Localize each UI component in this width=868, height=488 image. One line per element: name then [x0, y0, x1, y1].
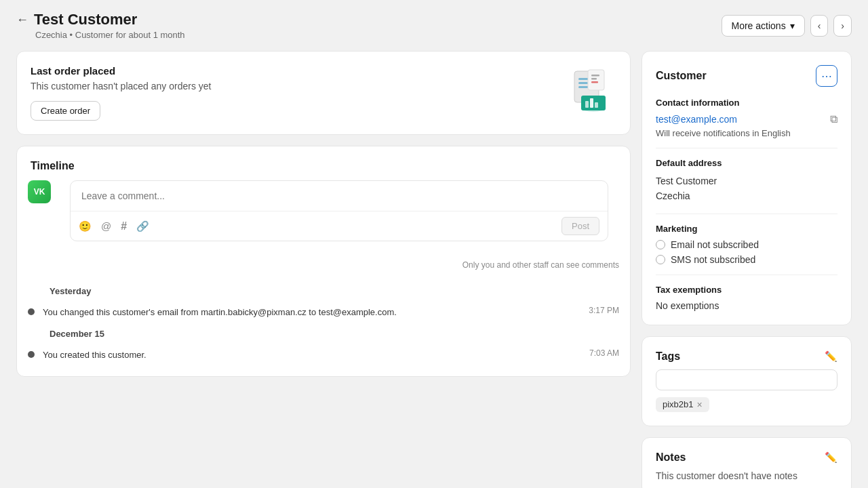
tags-header: Tags ✏️	[656, 350, 837, 363]
customer-options-button[interactable]: ⋯	[816, 65, 837, 87]
comment-box: 🙂 @ # 🔗 Post	[70, 180, 608, 241]
timeline-dot-2	[28, 351, 35, 358]
link-icon[interactable]: 🔗	[136, 220, 149, 232]
timeline-date-2: December 15	[28, 323, 619, 344]
tag-item: pixb2b1 ×	[656, 397, 709, 412]
sms-radio-icon	[656, 255, 665, 264]
timeline-entry-text-1: You changed this customer's email from m…	[43, 306, 580, 319]
notes-card: Notes ✏️ This customer doesn't have note…	[642, 437, 852, 488]
timeline-entry-time-1: 3:17 PM	[589, 306, 619, 315]
order-card-title: Last order placed	[31, 65, 211, 77]
back-button[interactable]: ←	[16, 14, 28, 26]
notes-header: Notes ✏️	[656, 451, 837, 464]
copy-icon[interactable]: ⧉	[830, 113, 837, 125]
hashtag-icon[interactable]: #	[121, 220, 127, 232]
address-section-title: Default address	[656, 158, 837, 168]
svg-rect-10	[591, 75, 599, 77]
svg-rect-11	[591, 78, 597, 80]
header-title-row: ← Test Customer	[16, 11, 185, 28]
timeline-title: Timeline	[17, 146, 630, 180]
emoji-icon[interactable]: 🙂	[79, 220, 92, 232]
timeline-entry-2: You created this customer. 7:03 AM	[28, 344, 619, 366]
contact-section-title: Contact information	[656, 98, 837, 108]
order-card-left: Last order placed This customer hasn't p…	[31, 65, 211, 121]
page-header: ← Test Customer Czechia • Customer for a…	[0, 0, 868, 45]
notes-text: This customer doesn't have notes	[656, 470, 837, 481]
order-illustration	[562, 66, 616, 120]
main-content: Last order placed This customer hasn't p…	[0, 45, 868, 488]
customer-card-header: Customer ⋯	[656, 65, 837, 87]
more-actions-button[interactable]: More actions ▾	[722, 15, 805, 37]
email-status-text: Email not subscribed	[671, 239, 759, 250]
comment-row: VK 🙂 @ # 🔗 Post	[17, 180, 630, 260]
email-subscription-status: Email not subscribed	[656, 239, 837, 250]
svg-rect-12	[591, 81, 598, 83]
tags-card: Tags ✏️ pixb2b1 ×	[642, 336, 852, 426]
order-card: Last order placed This customer hasn't p…	[16, 51, 631, 135]
tags-input[interactable]	[656, 369, 837, 390]
timeline-entry-text-2: You created this customer.	[43, 348, 581, 362]
mention-icon[interactable]: @	[101, 220, 111, 232]
tax-section-title: Tax exemptions	[656, 285, 837, 295]
customer-card: Customer ⋯ Contact information test@exam…	[642, 51, 852, 325]
tag-label: pixb2b1	[663, 399, 694, 409]
contact-section: Contact information test@example.com ⧉ W…	[656, 98, 837, 138]
address-country: Czechia	[656, 188, 837, 203]
right-column: Customer ⋯ Contact information test@exam…	[642, 51, 852, 488]
notes-title: Notes	[656, 451, 686, 464]
notes-edit-icon[interactable]: ✏️	[825, 451, 837, 464]
marketing-section-title: Marketing	[656, 224, 837, 234]
header-right: More actions ▾ ‹ ›	[722, 15, 852, 37]
tags-list: pixb2b1 ×	[656, 397, 837, 412]
timeline-entry-1: You changed this customer's email from m…	[28, 302, 619, 323]
comment-input[interactable]	[71, 181, 608, 211]
timeline-card: Timeline VK 🙂 @ # 🔗 Post	[16, 146, 631, 377]
marketing-section: Marketing Email not subscribed SMS not s…	[656, 224, 837, 265]
post-button[interactable]: Post	[561, 217, 599, 235]
svg-rect-8	[595, 102, 598, 108]
notifications-text: Will receive notifications in English	[656, 128, 837, 138]
timeline-date-1: Yesterday	[28, 281, 619, 302]
sms-status-text: SMS not subscribed	[671, 254, 755, 265]
email-link[interactable]: test@example.com	[656, 114, 737, 125]
tags-edit-icon[interactable]: ✏️	[825, 350, 837, 363]
timeline-dot-1	[28, 308, 35, 315]
svg-rect-9	[588, 70, 604, 90]
order-card-description: This customer hasn't placed any orders y…	[31, 81, 211, 92]
timeline-entries: Yesterday You changed this customer's em…	[17, 281, 630, 365]
tax-value: No exemptions	[656, 300, 837, 311]
left-column: Last order placed This customer hasn't p…	[16, 51, 631, 488]
sms-subscription-status: SMS not subscribed	[656, 254, 837, 265]
email-radio-icon	[656, 240, 665, 249]
chevron-down-icon: ▾	[790, 20, 795, 31]
svg-rect-6	[585, 101, 589, 108]
address-section: Default address Test Customer Czechia	[656, 158, 837, 204]
create-order-button[interactable]: Create order	[31, 101, 100, 121]
tags-title: Tags	[656, 350, 680, 363]
prev-nav-button[interactable]: ‹	[810, 15, 829, 37]
avatar: VK	[28, 180, 51, 203]
tag-remove-button[interactable]: ×	[697, 399, 703, 410]
header-left: ← Test Customer Czechia • Customer for a…	[16, 11, 185, 40]
page-title: Test Customer	[34, 11, 137, 28]
tax-section: Tax exemptions No exemptions	[656, 285, 837, 311]
page-subtitle: Czechia • Customer for about 1 month	[35, 30, 185, 40]
address-name: Test Customer	[656, 174, 837, 188]
customer-card-title: Customer	[656, 70, 707, 82]
svg-rect-7	[590, 98, 593, 108]
comment-icons: 🙂 @ # 🔗	[79, 220, 149, 232]
svg-rect-2	[578, 82, 588, 84]
comment-toolbar: 🙂 @ # 🔗 Post	[71, 211, 608, 241]
staff-note: Only you and other staff can see comment…	[17, 260, 630, 281]
timeline-entry-time-2: 7:03 AM	[589, 348, 619, 358]
email-row: test@example.com ⧉	[656, 113, 837, 125]
next-nav-button[interactable]: ›	[833, 15, 852, 37]
more-actions-label: More actions	[732, 20, 786, 31]
